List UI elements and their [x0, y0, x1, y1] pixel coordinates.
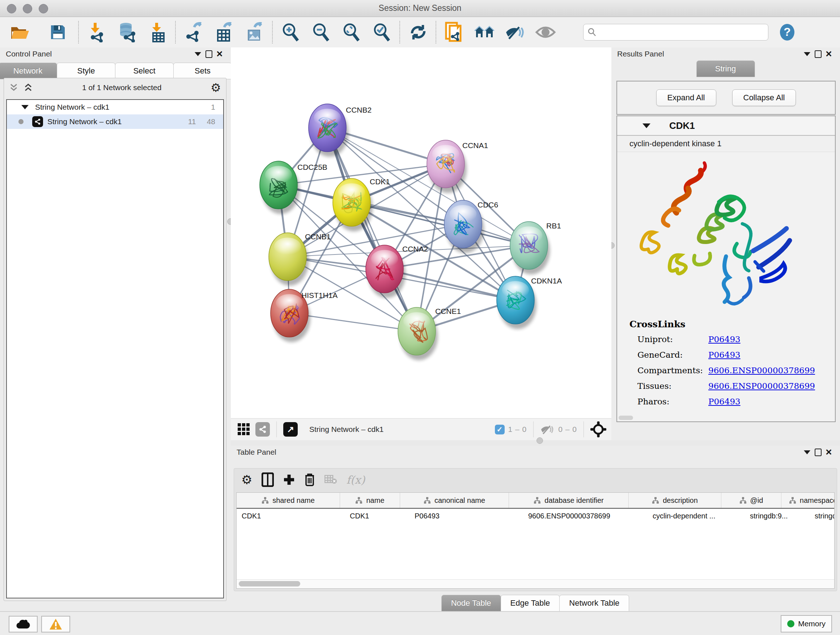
column-header-name[interactable]: name	[340, 493, 400, 508]
delete-table-button[interactable]	[325, 472, 337, 488]
import-network-database-button[interactable]	[112, 19, 142, 45]
panel-float-button[interactable]	[813, 448, 823, 457]
network-node-CCNA2[interactable]	[366, 245, 406, 298]
tab-network[interactable]: Network	[0, 63, 57, 79]
delete-columns-button[interactable]	[304, 472, 315, 488]
network-node-RB1[interactable]	[510, 222, 550, 274]
navigator-button[interactable]: ↗	[283, 422, 298, 437]
collapse-all-networks-button[interactable]	[9, 83, 19, 92]
table-cell[interactable]: 9606.ENSP00000378699	[523, 509, 647, 523]
table-cell[interactable]: P06493	[409, 509, 523, 523]
column-header-description[interactable]: description	[629, 493, 722, 508]
memory-button[interactable]: Memory	[781, 615, 832, 632]
cloud-status-button[interactable]	[9, 616, 38, 632]
create-column-button[interactable]	[283, 472, 295, 488]
table-options-button[interactable]: ⚙	[241, 472, 252, 488]
network-node-CCNE1[interactable]	[398, 307, 438, 360]
table-cell[interactable]: stringdb:9...	[745, 509, 810, 523]
table-cell[interactable]: CDK1	[237, 509, 345, 523]
panel-close-button[interactable]: ✕	[214, 49, 225, 59]
panel-collapse-button[interactable]	[802, 448, 813, 457]
function-builder-button[interactable]: f(x)	[346, 473, 365, 486]
zoom-out-button[interactable]	[306, 19, 336, 45]
crosslink-link[interactable]: P06493	[708, 350, 741, 359]
expand-all-networks-button[interactable]	[24, 83, 33, 92]
panel-collapse-button[interactable]	[193, 49, 203, 59]
tab-sets[interactable]: Sets	[173, 63, 232, 79]
selected-checkbox[interactable]: ✓	[495, 424, 505, 434]
panel-close-button[interactable]: ✕	[823, 49, 834, 59]
collapse-all-button[interactable]: Collapse All	[732, 89, 796, 106]
warnings-button[interactable]	[41, 616, 70, 632]
fit-content-button[interactable]	[336, 19, 367, 45]
column-header--id[interactable]: @id	[722, 493, 782, 508]
network-edge[interactable]	[352, 203, 529, 245]
zoom-selected-button[interactable]	[367, 19, 397, 45]
node-entry-header[interactable]: CDK1	[617, 116, 835, 136]
panel-close-button[interactable]: ✕	[823, 448, 834, 457]
zoom-in-button[interactable]	[276, 19, 306, 45]
tab-style[interactable]: Style	[57, 63, 115, 79]
birdseye-grid-button[interactable]	[236, 421, 252, 437]
horizontal-splitter-handle[interactable]	[537, 437, 543, 444]
export-image-button[interactable]	[240, 19, 270, 45]
table-cell[interactable]: stringdb	[810, 509, 835, 523]
show-columns-button[interactable]	[262, 472, 274, 488]
column-header-canonical-name[interactable]: canonical name	[400, 493, 509, 508]
import-network-file-button[interactable]	[82, 19, 112, 45]
export-network-button[interactable]	[179, 19, 209, 45]
panel-float-button[interactable]	[203, 49, 214, 59]
expand-all-button[interactable]: Expand All	[656, 89, 716, 106]
table-cell[interactable]: cyclin-dependent ...	[647, 509, 745, 523]
crosslink-link[interactable]: P06493	[708, 397, 741, 406]
network-edge[interactable]	[327, 128, 417, 331]
vertical-splitter-handle[interactable]	[611, 242, 615, 249]
network-type-button[interactable]	[256, 422, 270, 437]
crosslink-link[interactable]: P06493	[708, 334, 741, 344]
column-header-shared-name[interactable]: shared name	[237, 493, 340, 508]
network-view-toolbar: ↗ String Network – cdk1 ✓ 1 – 0 0 – 0	[231, 418, 611, 440]
panel-collapse-button[interactable]	[802, 49, 813, 59]
horizontal-scrollbar[interactable]	[237, 579, 834, 588]
scrollbar-thumb[interactable]	[619, 416, 633, 420]
show-all-button[interactable]	[531, 19, 561, 45]
export-table-button[interactable]	[209, 19, 240, 45]
tab-network-table[interactable]: Network Table	[559, 595, 629, 611]
tab-select[interactable]: Select	[115, 63, 174, 79]
import-table-file-button[interactable]	[142, 19, 173, 45]
crosslink-link[interactable]: 9606.ENSP00000378699	[708, 366, 815, 375]
network-canvas[interactable]: CCNB2CCNA1CDC25BCDK1CDC6RB1CCNB1CCNA2CDK…	[231, 48, 611, 418]
network-node-CDK1[interactable]	[333, 179, 373, 231]
network-node-CDKN1A[interactable]	[497, 276, 537, 329]
panel-float-button[interactable]	[813, 49, 823, 59]
search-field[interactable]	[583, 24, 768, 41]
open-session-button[interactable]	[0, 19, 40, 45]
network-node-CDC25B[interactable]	[260, 161, 300, 214]
network-options-button[interactable]: ⚙	[210, 82, 221, 93]
save-session-button[interactable]	[40, 19, 76, 45]
panel-splitter[interactable]	[231, 440, 840, 446]
crosslink-link[interactable]: 9606.ENSP00000378699	[708, 381, 815, 391]
tab-edge-table[interactable]: Edge Table	[501, 595, 560, 611]
network-node-CCNB2[interactable]	[309, 104, 348, 157]
quick-search-input[interactable]	[597, 28, 764, 37]
network-node-CCNB1[interactable]	[269, 233, 309, 286]
column-header-namespace[interactable]: namespace	[782, 493, 835, 508]
network-row[interactable]: String Network – cdk1 11 48	[7, 114, 223, 129]
network-collection-row[interactable]: String Network – cdk1 1	[7, 100, 223, 114]
table-row[interactable]: CDK1CDK1P064939606.ENSP00000378699cyclin…	[237, 509, 834, 523]
table-cell[interactable]: CDK1	[345, 509, 409, 523]
network-panel-toolbar: 1 of 1 Network selected ⚙	[4, 78, 226, 97]
clone-network-button[interactable]	[439, 19, 470, 45]
tab-node-table[interactable]: Node Table	[441, 595, 501, 611]
tab-string[interactable]: String	[696, 60, 755, 77]
hide-selected-button[interactable]	[500, 19, 531, 45]
apply-layout-button[interactable]	[403, 19, 433, 45]
center-view-button[interactable]	[591, 421, 606, 437]
collapse-entry-icon[interactable]	[643, 124, 651, 128]
help-button[interactable]: ?	[778, 23, 797, 42]
string-home-button[interactable]	[470, 19, 500, 45]
column-header-database-identifier[interactable]: database identifier	[509, 493, 629, 508]
tree-expander-icon[interactable]	[21, 105, 28, 109]
scrollbar-thumb[interactable]	[239, 581, 300, 586]
